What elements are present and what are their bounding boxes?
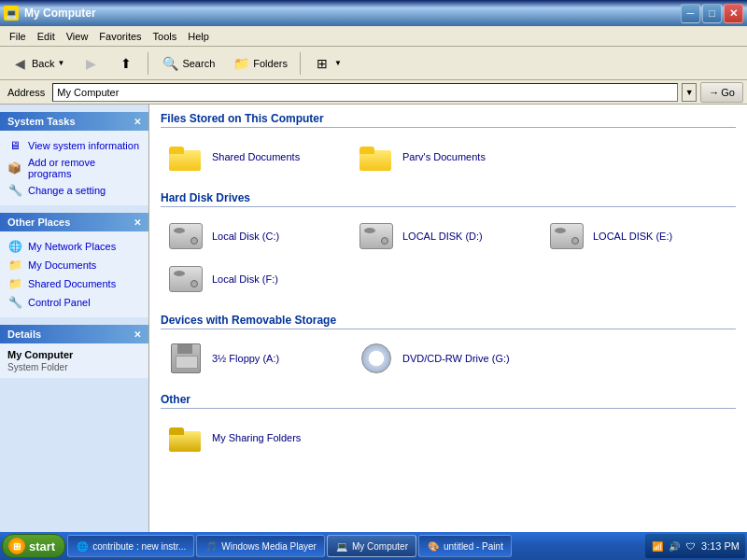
toolbar: ◀ Back ▼ ▶ ⬆ 🔍 Search 📁 Folders ⊞ ▼ xyxy=(0,47,747,80)
start-label: start xyxy=(29,539,55,553)
back-icon: ◀ xyxy=(10,54,29,73)
item-local-disk-f[interactable]: Local Disk (F:) xyxy=(161,259,347,299)
back-button[interactable]: ◀ Back ▼ xyxy=(4,50,71,77)
floppy-a-icon xyxy=(167,343,204,373)
my-docs-label: My Documents xyxy=(28,259,96,271)
item-local-disk-c[interactable]: Local Disk (C:) xyxy=(161,217,347,256)
item-dvd-g[interactable]: DVD/CD-RW Drive (G:) xyxy=(351,339,538,378)
address-input[interactable]: My Computer xyxy=(52,83,678,102)
taskbar-task-paint[interactable]: 🎨 untitled - Paint xyxy=(418,535,512,557)
local-disk-d-label: LOCAL DISK (D:) xyxy=(402,231,483,242)
views-dropdown-icon: ▼ xyxy=(334,59,342,67)
other-places-label: Other Places xyxy=(7,217,70,228)
maximize-button[interactable]: □ xyxy=(702,4,722,23)
sidebar-link-shared-docs[interactable]: 📁 Shared Documents xyxy=(7,274,141,293)
contribute-icon: 🌐 xyxy=(76,539,89,553)
views-icon: ⊞ xyxy=(313,54,331,73)
details-header[interactable]: Details ✕ xyxy=(0,325,148,343)
paint-icon: 🎨 xyxy=(427,539,440,553)
local-disk-e-label: LOCAL DISK (E:) xyxy=(593,231,672,242)
add-remove-label: Add or remove programs xyxy=(28,157,141,179)
forward-button[interactable]: ▶ xyxy=(75,50,106,77)
stored-items-grid: Shared Documents Parv's Documents xyxy=(161,137,736,176)
contribute-label: contribute : new instr... xyxy=(92,541,186,552)
search-label: Search xyxy=(182,58,215,69)
menu-favorites[interactable]: Favorites xyxy=(93,29,147,44)
item-parv-documents[interactable]: Parv's Documents xyxy=(351,137,538,176)
views-button[interactable]: ⊞ ▼ xyxy=(306,50,348,77)
harddisk-items-grid: Local Disk (C:) LOCAL DISK (D:) LOCAL DI… xyxy=(161,217,736,299)
folders-icon: 📁 xyxy=(232,54,250,73)
item-sharing-folders[interactable]: My Sharing Folders xyxy=(161,418,347,457)
menu-file[interactable]: File xyxy=(4,29,32,44)
taskbar-task-media-player[interactable]: 🎵 Windows Media Player xyxy=(196,535,325,557)
toolbar-separator-1 xyxy=(148,52,148,75)
change-setting-label: Change a setting xyxy=(28,185,106,196)
taskbar-right: 📶 🔊 🛡 3:13 PM xyxy=(645,534,745,558)
other-places-chevron: ✕ xyxy=(134,217,141,228)
dvd-g-label: DVD/CD-RW Drive (G:) xyxy=(402,353,510,364)
address-dropdown-button[interactable]: ▼ xyxy=(682,83,697,102)
menu-edit[interactable]: Edit xyxy=(32,29,61,44)
change-setting-icon: 🔧 xyxy=(7,183,22,198)
details-body: My Computer System Folder xyxy=(0,343,148,378)
sidebar-link-control-panel[interactable]: 🔧 Control Panel xyxy=(7,293,141,312)
back-label: Back xyxy=(32,58,54,69)
system-tasks-body: 🖥 View system information 📦 Add or remov… xyxy=(0,131,148,205)
my-docs-icon: 📁 xyxy=(7,258,22,273)
system-tasks-label: System Tasks xyxy=(7,116,76,127)
sidebar-link-my-docs[interactable]: 📁 My Documents xyxy=(7,256,141,274)
floppy-a-label: 3½ Floppy (A:) xyxy=(212,353,279,364)
go-icon: → xyxy=(709,87,719,98)
item-floppy-a[interactable]: 3½ Floppy (A:) xyxy=(161,339,347,378)
system-info-label: View system information xyxy=(28,140,139,151)
go-button[interactable]: → Go xyxy=(700,82,743,103)
sidebar-link-system-info[interactable]: 🖥 View system information xyxy=(7,136,141,155)
shared-documents-label: Shared Documents xyxy=(212,151,300,162)
sidebar-link-network[interactable]: 🌐 My Network Places xyxy=(7,237,141,256)
forward-icon: ▶ xyxy=(81,54,100,73)
search-button[interactable]: 🔍 Search xyxy=(154,50,221,77)
shared-docs-label: Shared Documents xyxy=(28,278,116,289)
item-local-disk-d[interactable]: LOCAL DISK (D:) xyxy=(351,217,538,256)
search-icon: 🔍 xyxy=(161,54,179,73)
folders-label: Folders xyxy=(253,58,288,69)
media-player-icon: 🎵 xyxy=(204,539,218,553)
sharing-folders-label: My Sharing Folders xyxy=(212,432,301,443)
title-bar-controls: ─ □ ✕ xyxy=(681,4,743,23)
other-places-header[interactable]: Other Places ✕ xyxy=(0,213,148,231)
taskbar-task-my-computer[interactable]: 💻 My Computer xyxy=(327,535,416,557)
local-disk-c-label: Local Disk (C:) xyxy=(212,231,279,242)
menu-help[interactable]: Help xyxy=(182,29,215,44)
back-dropdown-icon: ▼ xyxy=(57,59,64,67)
details-label: Details xyxy=(7,329,41,340)
details-subtitle: System Folder xyxy=(7,362,141,372)
title-bar-icon: 💻 xyxy=(4,6,19,21)
menu-tools[interactable]: Tools xyxy=(148,29,183,44)
close-button[interactable]: ✕ xyxy=(724,4,743,23)
folders-button[interactable]: 📁 Folders xyxy=(225,50,294,77)
control-panel-icon: 🔧 xyxy=(7,295,22,310)
local-disk-e-icon xyxy=(548,221,585,251)
sidebar-link-add-remove[interactable]: 📦 Add or remove programs xyxy=(7,155,141,181)
shared-documents-icon xyxy=(167,142,204,172)
tray-icon-volume: 🔊 xyxy=(668,539,681,553)
details-section: Details ✕ My Computer System Folder xyxy=(0,325,148,378)
system-tasks-header[interactable]: System Tasks ✕ xyxy=(0,112,148,131)
other-places-section: Other Places ✕ 🌐 My Network Places 📁 My … xyxy=(0,213,148,317)
item-shared-documents[interactable]: Shared Documents xyxy=(161,137,347,176)
sidebar-link-change-setting[interactable]: 🔧 Change a setting xyxy=(7,181,141,200)
sidebar: System Tasks ✕ 🖥 View system information… xyxy=(0,105,149,532)
minimize-button[interactable]: ─ xyxy=(681,4,700,23)
taskbar-task-contribute[interactable]: 🌐 contribute : new instr... xyxy=(67,535,194,557)
menu-view[interactable]: View xyxy=(61,29,94,44)
system-clock: 3:13 PM xyxy=(701,540,740,552)
local-disk-f-label: Local Disk (F:) xyxy=(212,273,278,285)
address-bar: Address My Computer ▼ → Go xyxy=(0,80,747,105)
menu-bar: File Edit View Favorites Tools Help xyxy=(0,26,747,47)
item-local-disk-e[interactable]: LOCAL DISK (E:) xyxy=(542,217,728,256)
start-button[interactable]: ⊞ start xyxy=(2,534,65,558)
other-places-body: 🌐 My Network Places 📁 My Documents 📁 Sha… xyxy=(0,231,148,317)
up-button[interactable]: ⬆ xyxy=(110,50,142,77)
details-title: My Computer xyxy=(7,349,141,360)
